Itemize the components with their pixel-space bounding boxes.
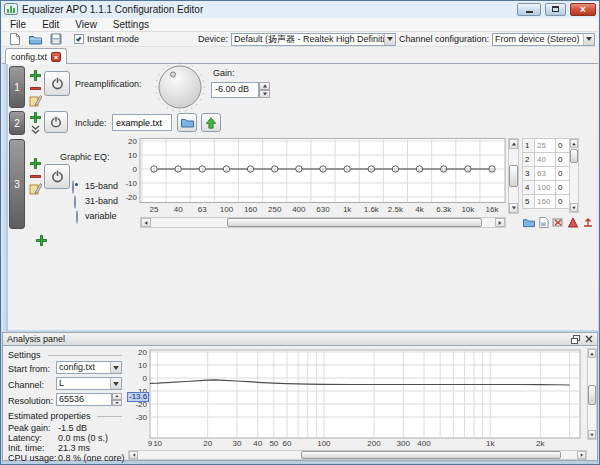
scroll-left-icon[interactable] [129, 451, 138, 459]
svg-text:63: 63 [198, 205, 207, 214]
latency-label: Latency: [8, 433, 42, 443]
scroll-down-icon[interactable] [570, 203, 578, 212]
row3-remove-filter-button[interactable] [30, 175, 41, 178]
power-icon [49, 115, 63, 129]
title-bar[interactable]: Equalizer APO 1.1.1 Configuration Editor… [0, 0, 600, 18]
gain-knob[interactable] [154, 61, 206, 113]
row1-number[interactable]: 1 [9, 66, 25, 108]
gain-spinbox[interactable]: -6.00 dB [211, 82, 270, 98]
cursor-marker-value: -13.6 [127, 392, 149, 402]
channel-select[interactable]: L [56, 377, 122, 390]
save-file-button[interactable] [47, 33, 65, 46]
analysis-hscrollbar[interactable] [128, 450, 587, 460]
row2-expand-icon[interactable] [31, 125, 40, 134]
row3-number[interactable]: 3 [9, 139, 25, 229]
radio-variable[interactable] [76, 210, 78, 224]
row3-power-button[interactable] [44, 164, 70, 189]
resolution-value[interactable]: 65536 [56, 393, 112, 406]
row2-power-button[interactable] [44, 111, 68, 133]
scroll-right-icon[interactable] [577, 451, 586, 459]
scroll-up-icon[interactable] [570, 139, 578, 148]
row1-edit-icon[interactable] [29, 94, 42, 107]
analysis-vscrollbar[interactable] [587, 348, 597, 440]
analysis-graph[interactable]: 20100-10-20-3091020304050601002003004001… [128, 347, 586, 449]
radio-15-band[interactable] [72, 180, 74, 194]
svg-text:50: 50 [269, 439, 278, 448]
svg-text:2.5k: 2.5k [388, 205, 404, 214]
table-vscroll-thumb[interactable] [570, 149, 578, 163]
eq-vscroll-thumb[interactable] [509, 165, 518, 187]
svg-text:-20: -20 [125, 193, 137, 202]
dropdown-arrow-icon [583, 34, 594, 45]
spin-down-icon[interactable] [112, 400, 122, 407]
start-from-select[interactable]: config.txt [56, 361, 122, 374]
spin-down-icon[interactable] [259, 90, 270, 98]
row3-edit-icon[interactable] [29, 182, 42, 195]
scroll-down-icon[interactable] [588, 430, 596, 439]
open-file-button[interactable] [26, 33, 44, 46]
scroll-down-icon[interactable] [509, 203, 518, 213]
analysis-hscroll-thumb[interactable] [301, 451, 561, 459]
radio-31-band[interactable] [74, 195, 76, 209]
include-file-input[interactable] [112, 114, 172, 131]
device-value: Default (扬声器 - Realtek High Definition A… [232, 34, 384, 45]
include-open-button[interactable] [201, 113, 221, 132]
scroll-up-icon[interactable] [588, 349, 596, 358]
close-button[interactable]: × [570, 3, 596, 16]
radio-variable-label[interactable]: variable [85, 211, 117, 221]
gain-label: Gain: [213, 68, 235, 78]
gain-value[interactable]: -6.00 dB [211, 82, 259, 98]
table-row: 3630 [523, 167, 570, 181]
eq-hscroll-thumb[interactable] [227, 218, 482, 227]
svg-text:10: 10 [369, 167, 374, 172]
svg-text:10: 10 [128, 151, 137, 160]
init-time-label: Init. time: [8, 443, 45, 453]
analysis-panel-header[interactable]: Analysis panel [2, 332, 598, 346]
save-file-button[interactable] [538, 217, 549, 228]
menu-edit[interactable]: Edit [34, 19, 67, 30]
tab-config-txt[interactable]: config.txt × [5, 48, 67, 64]
row1-remove-filter-button[interactable] [30, 87, 41, 90]
normalize-gains-button[interactable] [567, 217, 579, 228]
eq-band-table[interactable]: 1250 2400 3630 41000 51600 [522, 138, 570, 209]
open-file-button[interactable] [523, 217, 535, 228]
new-file-button[interactable] [5, 33, 23, 46]
eq-graph[interactable]: 20100-10-2012524036341005160625074008630… [118, 138, 508, 216]
float-panel-icon[interactable] [571, 335, 580, 344]
row2-number[interactable]: 2 [9, 111, 25, 135]
analysis-vscroll-thumb[interactable] [588, 385, 596, 405]
svg-text:630: 630 [316, 205, 330, 214]
close-panel-icon[interactable] [585, 335, 593, 343]
scroll-up-icon[interactable] [509, 139, 518, 149]
maximize-button[interactable] [545, 3, 566, 16]
menu-settings[interactable]: Settings [105, 19, 157, 30]
radio-31-band-label[interactable]: 31-band [85, 196, 118, 206]
svg-text:4k: 4k [415, 205, 424, 214]
resolution-spinner[interactable] [112, 393, 122, 406]
device-select[interactable]: Default (扬声器 - Realtek High Definition A… [231, 33, 396, 46]
menu-view[interactable]: View [67, 19, 105, 30]
channel-config-label: Channel configuration: [399, 34, 489, 44]
table-vscrollbar[interactable] [569, 138, 579, 213]
scroll-left-icon[interactable] [141, 218, 151, 227]
invert-gains-button[interactable] [552, 217, 564, 228]
eq-hscrollbar[interactable] [140, 217, 506, 228]
row1-power-button[interactable] [44, 71, 70, 96]
channel-config-select[interactable]: From device (Stereo) [492, 33, 595, 46]
eq-table-toolbar [523, 217, 594, 228]
eq-vscrollbar[interactable] [508, 138, 519, 214]
svg-text:13: 13 [441, 167, 446, 172]
tab-close-button[interactable]: × [51, 52, 61, 62]
resolution-spinbox[interactable]: 65536 [56, 393, 122, 406]
scroll-right-icon[interactable] [495, 218, 505, 227]
gain-spinner[interactable] [259, 82, 270, 98]
new-document-icon [9, 33, 20, 45]
spin-up-icon[interactable] [259, 82, 270, 90]
minimize-button[interactable] [517, 3, 541, 16]
cpu-usage-value: 0.8 % (one core) [58, 453, 125, 463]
radio-15-band-label[interactable]: 15-band [85, 181, 118, 191]
menu-file[interactable]: File [2, 19, 34, 30]
instant-mode-checkbox[interactable] [74, 34, 84, 44]
include-browse-button[interactable] [177, 113, 197, 132]
reset-gains-button[interactable] [582, 217, 594, 228]
